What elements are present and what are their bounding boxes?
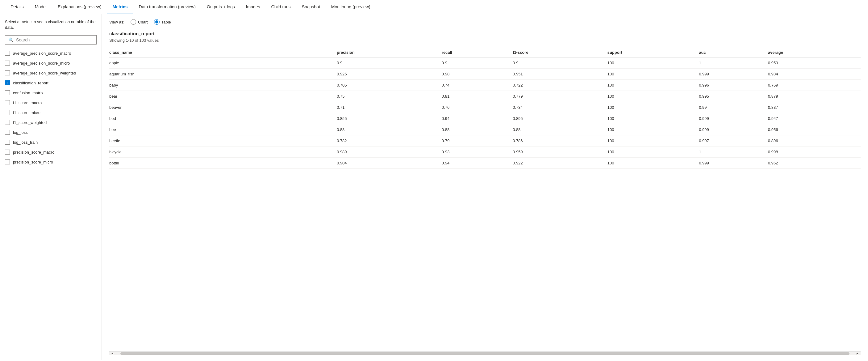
table-cell: 100 [608, 135, 699, 146]
metric-item[interactable]: precision_score_macro [0, 147, 101, 157]
col-support: support [608, 48, 699, 57]
table-cell: 0.734 [513, 102, 608, 113]
view-as-row: View as: Chart Table [109, 19, 861, 25]
table-cell: 1 [699, 57, 768, 68]
table-cell: 1 [699, 146, 768, 158]
table-cell: bed [109, 113, 337, 124]
col-average: average [768, 48, 861, 57]
table-cell: 0.94 [442, 113, 513, 124]
metric-item[interactable]: f1_score_weighted [0, 117, 101, 127]
tab-data-transformation[interactable]: Data transformation (preview) [133, 0, 201, 14]
table-cell: 0.962 [768, 158, 861, 169]
tab-images[interactable]: Images [241, 0, 266, 14]
metric-item[interactable]: log_loss_train [0, 137, 101, 147]
table-cell: 0.947 [768, 113, 861, 124]
metric-label: f1_score_weighted [13, 120, 46, 125]
metric-item[interactable]: precision_score_micro [0, 157, 101, 167]
metric-label: f1_score_macro [13, 101, 42, 105]
metric-checkbox[interactable] [5, 140, 10, 145]
table-cell: 0.951 [513, 68, 608, 80]
metric-item[interactable]: classification_report [0, 78, 101, 88]
scroll-right-arrow[interactable]: ► [855, 352, 861, 356]
table-radio-option[interactable]: Table [154, 19, 171, 25]
metric-item[interactable]: f1_score_micro [0, 108, 101, 117]
table-row: bed0.8550.940.8951000.9990.947 [109, 113, 861, 124]
metric-item[interactable]: confusion_matrix [0, 88, 101, 98]
search-box[interactable]: 🔍 [5, 35, 97, 45]
table-cell: apple [109, 57, 337, 68]
table-cell: 0.855 [337, 113, 442, 124]
tab-monitoring[interactable]: Monitoring (preview) [326, 0, 376, 14]
chart-radio-circle[interactable] [130, 19, 136, 25]
table-cell: 100 [608, 91, 699, 102]
table-cell: 0.999 [699, 113, 768, 124]
scroll-left-arrow[interactable]: ◄ [109, 352, 116, 356]
metric-checkbox[interactable] [5, 61, 10, 65]
search-input[interactable] [16, 37, 93, 43]
metric-checkbox[interactable] [5, 110, 10, 115]
tab-details[interactable]: Details [5, 0, 29, 14]
metric-title: classification_report [109, 31, 861, 36]
table-cell: 0.995 [699, 91, 768, 102]
table-cell: 0.782 [337, 135, 442, 146]
scroll-track[interactable] [120, 352, 849, 355]
col-precision: precision [337, 48, 442, 57]
table-cell: 0.956 [768, 124, 861, 135]
table-cell: 0.76 [442, 102, 513, 113]
table-cell: 0.984 [768, 68, 861, 80]
table-cell: 100 [608, 124, 699, 135]
metric-checkbox[interactable] [5, 120, 10, 125]
table-row: apple0.90.90.910010.959 [109, 57, 861, 68]
metric-item[interactable]: log_loss [0, 127, 101, 137]
table-cell: 0.959 [768, 57, 861, 68]
horizontal-scrollbar[interactable]: ◄ ► [109, 352, 861, 355]
metric-label: f1_score_micro [13, 110, 40, 115]
table-cell: 0.88 [442, 124, 513, 135]
table-cell: 0.999 [699, 124, 768, 135]
table-cell: 0.996 [699, 80, 768, 91]
metric-checkbox[interactable] [5, 100, 10, 105]
table-cell: bee [109, 124, 337, 135]
tab-outputs-logs[interactable]: Outputs + logs [201, 0, 241, 14]
table-cell: 0.786 [513, 135, 608, 146]
chart-radio-label: Chart [138, 20, 148, 24]
table-wrapper[interactable]: class_name precision recall f1-score sup… [109, 48, 861, 352]
content-area: View as: Chart Table classification_repo… [102, 14, 868, 360]
metric-checkbox[interactable] [5, 51, 10, 56]
view-as-label: View as: [109, 20, 124, 24]
table-cell: 0.895 [513, 113, 608, 124]
metric-item[interactable]: average_precision_score_micro [0, 58, 101, 68]
table-cell: 100 [608, 113, 699, 124]
metric-checkbox[interactable] [5, 80, 10, 85]
metric-checkbox[interactable] [5, 71, 10, 76]
chart-radio-option[interactable]: Chart [130, 19, 148, 25]
tab-snapshot[interactable]: Snapshot [296, 0, 326, 14]
search-icon: 🔍 [8, 37, 13, 43]
metric-item[interactable]: f1_score_macro [0, 98, 101, 108]
table-cell: baby [109, 80, 337, 91]
tab-metrics[interactable]: Metrics [107, 0, 133, 14]
metric-item[interactable]: average_precision_score_macro [0, 48, 101, 58]
table-cell: 0.896 [768, 135, 861, 146]
tab-child-runs[interactable]: Child runs [266, 0, 296, 14]
metric-checkbox[interactable] [5, 90, 10, 95]
table-cell: 0.88 [513, 124, 608, 135]
table-radio-circle[interactable] [154, 19, 160, 25]
metric-checkbox[interactable] [5, 160, 10, 164]
table-cell: 0.74 [442, 80, 513, 91]
table-row: bear0.750.810.7791000.9950.879 [109, 91, 861, 102]
table-cell: 0.722 [513, 80, 608, 91]
table-radio-label: Table [161, 20, 171, 24]
metric-checkbox[interactable] [5, 149, 10, 155]
metric-label: precision_score_micro [13, 160, 53, 164]
table-row: baby0.7050.740.7221000.9960.769 [109, 80, 861, 91]
table-cell: 0.879 [768, 91, 861, 102]
table-cell: 0.904 [337, 158, 442, 169]
metric-label: precision_score_macro [13, 150, 54, 155]
col-auc: auc [699, 48, 768, 57]
metric-item[interactable]: average_precision_score_weighted [0, 68, 101, 78]
tab-model[interactable]: Model [29, 0, 52, 14]
table-cell: bear [109, 91, 337, 102]
metric-checkbox[interactable] [5, 130, 10, 135]
tab-explanations[interactable]: Explanations (preview) [52, 0, 107, 14]
